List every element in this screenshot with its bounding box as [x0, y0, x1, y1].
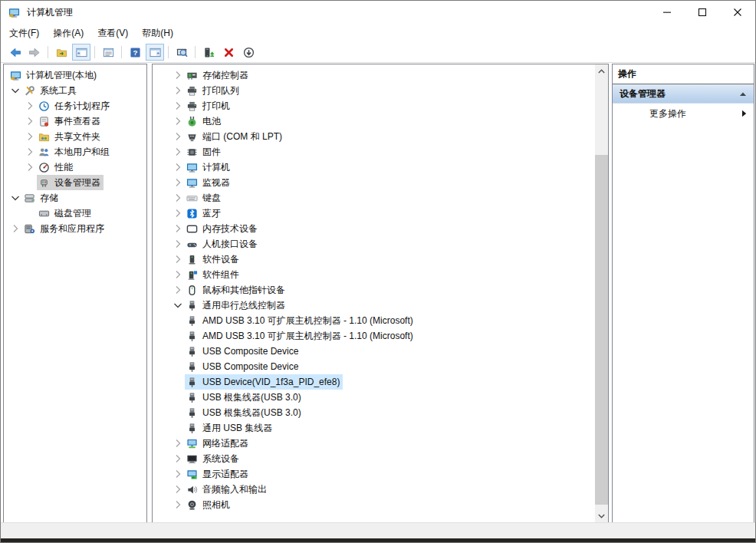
chevron-collapsed-icon[interactable]	[171, 69, 185, 81]
chevron-up-icon	[599, 70, 604, 73]
scrollbar-thumb[interactable]	[595, 155, 608, 505]
chevron-collapsed-icon[interactable]	[171, 452, 185, 465]
chevron-collapsed-icon[interactable]	[171, 161, 185, 173]
tree-item-firmware[interactable]: 固件	[153, 144, 608, 160]
tree-item-memory-technology-devices[interactable]: 内存技术设备	[153, 221, 608, 236]
tree-item-usb-controllers[interactable]: 通用串行总线控制器	[153, 298, 608, 313]
scan-hardware-changes-button[interactable]	[173, 44, 191, 61]
chevron-expanded-icon[interactable]	[8, 192, 22, 204]
tree-item-event-viewer[interactable]: 事件查看器	[4, 114, 146, 129]
tree-item-task-scheduler[interactable]: 任务计划程序	[4, 98, 146, 114]
chevron-collapsed-icon[interactable]	[171, 176, 185, 189]
tree-item-usb-host-controller-2[interactable]: AMD USB 3.10 可扩展主机控制器 - 1.10 (Microsoft)	[153, 328, 608, 344]
tree-item-system-devices[interactable]: 系统设备	[153, 451, 608, 466]
uninstall-device-button[interactable]	[219, 44, 238, 61]
chevron-collapsed-icon[interactable]	[23, 100, 37, 112]
tree-item-bluetooth[interactable]: 蓝牙	[153, 206, 608, 221]
tree-item-storage-controllers[interactable]: 存储控制器	[153, 67, 608, 83]
tree-item-usb-device-vid-pid[interactable]: USB Device(VID_1f3a_PID_efe8)	[153, 374, 608, 390]
tree-item-computer[interactable]: 计算机	[153, 160, 608, 175]
tree-item-device-manager[interactable]: 设备管理器	[4, 175, 146, 190]
menu-view[interactable]: 查看(V)	[90, 25, 135, 42]
back-button[interactable]	[5, 44, 24, 61]
chevron-collapsed-icon[interactable]	[171, 268, 185, 281]
chevron-collapsed-icon[interactable]	[171, 253, 185, 265]
tree-item-audio-inputs-outputs[interactable]: 音频输入和输出	[153, 482, 608, 497]
tree-item-usb-host-controller-1[interactable]: AMD USB 3.10 可扩展主机控制器 - 1.10 (Microsoft)	[153, 313, 608, 328]
update-driver-button[interactable]	[199, 44, 218, 61]
tree-item-storage[interactable]: 存储	[4, 190, 146, 206]
device-manager-icon	[38, 176, 50, 189]
tree-item-network-adapters[interactable]: 网络适配器	[153, 436, 608, 451]
show-console-tree-button[interactable]	[72, 44, 90, 61]
close-button[interactable]	[720, 1, 755, 24]
menu-help[interactable]: 帮助(H)	[135, 25, 180, 42]
tree-item-usb-root-hub-1[interactable]: USB 根集线器(USB 3.0)	[153, 390, 608, 405]
chevron-collapsed-icon[interactable]	[171, 284, 185, 296]
chevron-collapsed-icon[interactable]	[171, 100, 185, 112]
maximize-button[interactable]	[685, 1, 720, 24]
chevron-collapsed-icon[interactable]	[23, 161, 37, 173]
chevron-collapsed-icon[interactable]	[171, 207, 185, 219]
tree-item-usb-composite-device-2[interactable]: USB Composite Device	[153, 359, 608, 374]
tree-item-label: 任务计划程序	[53, 99, 111, 114]
export-list-button[interactable]	[52, 44, 71, 61]
tree-item-label: 电池	[201, 114, 222, 129]
menu-file[interactable]: 文件(F)	[2, 25, 46, 42]
submenu-arrow-icon	[741, 110, 747, 117]
chevron-collapsed-icon[interactable]	[23, 115, 37, 127]
chevron-collapsed-icon[interactable]	[171, 238, 185, 250]
chevron-collapsed-icon[interactable]	[171, 499, 185, 511]
forward-button[interactable]	[25, 44, 44, 61]
tree-item-performance[interactable]: 性能	[4, 160, 146, 175]
tree-item-services-applications[interactable]: 服务和应用程序	[4, 221, 146, 236]
help-button[interactable]: ?	[126, 44, 144, 61]
chevron-collapsed-icon[interactable]	[171, 130, 185, 143]
tree-item-system-tools[interactable]: 系统工具	[4, 83, 146, 98]
actions-section-device-manager[interactable]: 设备管理器	[613, 84, 754, 104]
chevron-collapsed-icon[interactable]	[171, 115, 185, 127]
scroll-down-button[interactable]	[595, 509, 608, 522]
show-action-pane-button[interactable]	[146, 44, 164, 61]
tree-item-local-users-groups[interactable]: 本地用户和组	[4, 144, 146, 160]
chevron-expanded-icon[interactable]	[8, 84, 22, 97]
tree-item-shared-folders[interactable]: 共享文件夹	[4, 129, 146, 144]
tree-item-monitors[interactable]: 监视器	[153, 175, 608, 190]
tree-item-software-devices[interactable]: 软件设备	[153, 252, 608, 267]
chevron-collapsed-icon[interactable]	[171, 468, 185, 480]
chevron-collapsed-icon[interactable]	[171, 222, 185, 235]
tree-item-printers[interactable]: 打印机	[153, 98, 608, 114]
tree-item-display-adapters[interactable]: 显示适配器	[153, 466, 608, 482]
tree-item-ports-com-lpt[interactable]: 端口 (COM 和 LPT)	[153, 129, 608, 144]
properties-button[interactable]	[99, 44, 117, 61]
tree-item-human-interface-devices[interactable]: 人机接口设备	[153, 236, 608, 252]
tree-item-batteries[interactable]: 电池	[153, 114, 608, 129]
row-content: 蓝牙	[185, 206, 224, 221]
chevron-expanded-icon[interactable]	[171, 299, 185, 311]
chevron-collapsed-icon[interactable]	[171, 192, 185, 204]
tree-item-disk-management[interactable]: 磁盘管理	[4, 206, 146, 221]
chevron-collapsed-icon[interactable]	[8, 222, 22, 235]
tree-item-print-queues[interactable]: 打印队列	[153, 83, 608, 98]
tree-item-cameras[interactable]: 照相机	[153, 497, 608, 512]
chevron-collapsed-icon[interactable]	[23, 130, 37, 143]
tree-item-computer-management-local[interactable]: 计算机管理(本地)	[4, 67, 146, 83]
collapse-section-icon[interactable]	[739, 91, 747, 97]
chevron-collapsed-icon[interactable]	[23, 146, 37, 158]
chevron-collapsed-icon[interactable]	[171, 483, 185, 495]
tree-item-mice-pointing-devices[interactable]: 鼠标和其他指针设备	[153, 282, 608, 298]
tree-item-usb-composite-device-1[interactable]: USB Composite Device	[153, 344, 608, 359]
scroll-up-button[interactable]	[595, 64, 608, 77]
more-actions-item[interactable]: 更多操作	[613, 104, 754, 123]
vertical-scrollbar[interactable]	[595, 64, 608, 522]
tree-item-software-components[interactable]: 软件组件	[153, 267, 608, 282]
disable-device-button[interactable]	[239, 44, 258, 61]
menu-action[interactable]: 操作(A)	[46, 25, 90, 42]
tree-item-keyboards[interactable]: 键盘	[153, 190, 608, 206]
chevron-collapsed-icon[interactable]	[171, 146, 185, 158]
tree-item-generic-usb-hub[interactable]: 通用 USB 集线器	[153, 420, 608, 436]
chevron-collapsed-icon[interactable]	[171, 84, 185, 97]
minimize-button[interactable]	[649, 1, 685, 24]
chevron-collapsed-icon[interactable]	[171, 437, 185, 449]
tree-item-usb-root-hub-2[interactable]: USB 根集线器(USB 3.0)	[153, 405, 608, 420]
